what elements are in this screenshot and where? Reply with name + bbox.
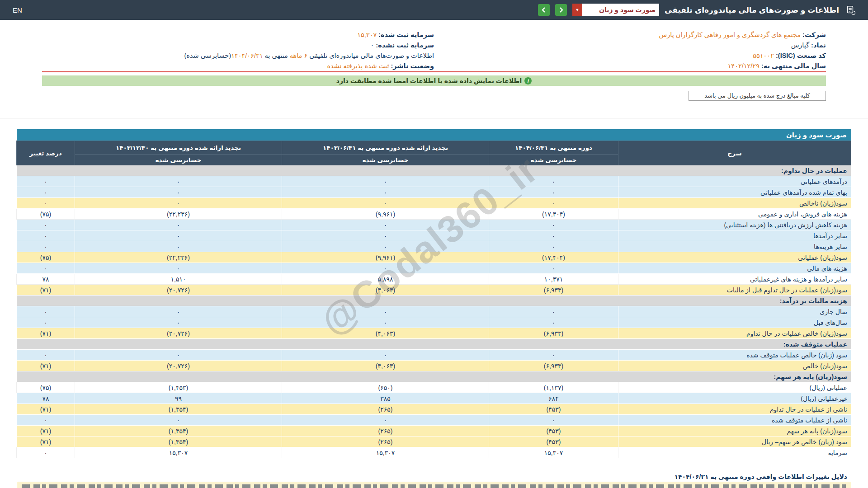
next-statement-button[interactable]	[555, 4, 567, 16]
row-label: سود(زیان) ناخالص	[618, 198, 851, 209]
section-label: هزینه مالیات بر درآمد:	[17, 296, 851, 306]
row-label: سود (زیان) خالص عملیات متوقف شده	[618, 350, 851, 361]
info-text-segment: (حسابرسی شده)	[184, 52, 231, 59]
info-text-segment: سال مالی منتهی به:	[760, 62, 826, 70]
value-cell: ۰	[489, 176, 618, 187]
statement-select-value: صورت سود و زیان	[582, 4, 659, 16]
info-cell-right: کد صنعت (ISIC): ۵۵۱۰۰۲	[434, 51, 826, 61]
row-label: سرمایه	[618, 447, 851, 458]
page-title: اطلاعات و صورت‌های مالی میاندوره‌ای تلفی…	[665, 5, 839, 15]
value-cell: ۰	[489, 350, 618, 361]
value-cell: ۰	[282, 241, 489, 252]
value-cell: (۴۵۳)	[489, 404, 618, 415]
value-cell: ۱۵,۳۰۷	[282, 447, 489, 458]
row-label: سال‌های قبل	[618, 317, 851, 328]
value-cell: ۰	[17, 220, 75, 230]
statement-row: سود (زیان) خالص عملیات متوقف شده۰۰۰۰	[17, 350, 851, 361]
value-cell: (۴۵۳)	[489, 436, 618, 447]
info-text-segment: ۶ ماهه	[290, 52, 307, 59]
value-cell: ۰	[489, 187, 618, 198]
statement-row: سود(زیان) ناخالص۰۰۰۰	[17, 198, 851, 209]
value-cell: (۲۰,۷۲۶)	[75, 328, 282, 339]
statements-doc-icon[interactable]	[844, 5, 855, 15]
info-text-segment: اطلاعات و صورت‌های مالی میاندوره‌ای تلفی…	[307, 52, 434, 59]
value-cell: ۰	[489, 263, 618, 274]
value-cell: (۷۱)	[17, 328, 75, 339]
reasons-textarea	[17, 482, 851, 488]
value-cell: (۷۵)	[17, 382, 75, 393]
row-label: سود(زیان) خالص	[618, 361, 851, 371]
section-divider	[0, 118, 868, 118]
statement-row: سایر هزینه‌ها۰۰۰۰	[17, 241, 851, 252]
row-label: سایر هزینه‌ها	[618, 241, 851, 252]
value-cell: ۶۸۴	[489, 393, 618, 404]
value-cell: (۲۲,۲۳۶)	[75, 209, 282, 220]
value-cell: (۷۵)	[17, 209, 75, 220]
row-label: درآمدهاي عملياتي	[618, 176, 851, 187]
reasons-title: دلایل تغییرات اطلاعات واقعی دوره منتهی ب…	[17, 471, 851, 482]
value-cell: (۱,۳۵۴)	[75, 426, 282, 436]
topbar: اطلاعات و صورت‌های مالی میاندوره‌ای تلفی…	[0, 0, 868, 20]
section-row: سود(زیان) پایه هر سهم:	[17, 371, 851, 382]
value-cell: ۰	[75, 306, 282, 317]
info-text-segment: ۱۴۰۴/۰۶/۳۱	[231, 52, 263, 59]
value-cell: (۶,۹۳۳)	[489, 361, 618, 371]
col-subheader-audited-2: حسابرسی شده	[282, 155, 489, 165]
info-text-segment: سرمایه ثبت نشده:	[374, 42, 434, 49]
company-info: شرکت: مجتمع های گردشگری و امور رفاهی کار…	[42, 30, 826, 71]
info-text-segment: سرمایه ثبت شده:	[377, 31, 434, 38]
value-cell: ۰	[17, 415, 75, 426]
value-cell: (۷۱)	[17, 436, 75, 447]
value-cell: ۰	[282, 350, 489, 361]
value-cell: ۰	[75, 317, 282, 328]
info-text-segment: ۱۵,۳۰۷	[357, 31, 377, 38]
info-text-segment: وضعیت ناشر:	[389, 62, 434, 70]
company-info-row: شرکت: مجتمع های گردشگری و امور رفاهی کار…	[42, 30, 826, 40]
value-cell: ۱۵,۳۰۷	[489, 447, 618, 458]
value-cell: ۰	[489, 306, 618, 317]
value-cell: (۹,۹۶۱)	[282, 252, 489, 263]
value-cell: (۱,۳۵۴)	[75, 404, 282, 415]
value-cell: ۰	[17, 187, 75, 198]
value-cell: ۰	[17, 350, 75, 361]
value-cell: ۰	[17, 317, 75, 328]
section-row: عملیات در حال تداوم:	[17, 165, 851, 176]
value-cell: (۷۵)	[17, 252, 75, 263]
value-cell: ۰	[282, 306, 489, 317]
value-cell: ۰	[75, 220, 282, 230]
chevron-down-icon[interactable]: ▼	[572, 4, 582, 16]
value-cell: ۰	[75, 241, 282, 252]
value-cell: (۱۷,۴۰۴)	[489, 209, 618, 220]
statement-select[interactable]: صورت سود و زیان ▼	[572, 4, 659, 16]
statement-title-bar: صورت سود و زیان	[17, 129, 851, 141]
statement-row: سایر درآمدها و هزینه های غیرعملیاتی۱۰,۴۷…	[17, 274, 851, 285]
info-text-segment: گپارس	[791, 42, 809, 49]
language-toggle[interactable]: EN	[13, 6, 22, 14]
col-header-pct-change: درصد تغییر	[17, 141, 75, 165]
statement-row: درآمدهاي عملياتي۰۰۰۰	[17, 176, 851, 187]
col-subheader-audited-3: حسابرسی شده	[75, 155, 282, 165]
value-cell: (۷۱)	[17, 285, 75, 296]
value-cell: ۰	[17, 241, 75, 252]
value-cell: (۹,۹۶۱)	[282, 209, 489, 220]
prev-statement-button[interactable]	[538, 4, 550, 16]
statement-row: هزینه های فروش، اداری و عمومی(۱۷,۴۰۴)(۹,…	[17, 209, 851, 220]
income-statement-table: شرح دوره منتهی به ۱۴۰۴/۰۶/۳۱ تجدید ارائه…	[16, 141, 851, 458]
info-text-segment: ثبت شده پذیرفته نشده	[327, 62, 389, 70]
statement-row: ناشی از عملیات متوقف شده۰۰۰۰	[17, 415, 851, 426]
row-label: غیرعملیاتی (ریال)	[618, 393, 851, 404]
info-text-segment: مجتمع های گردشگری و امور رفاهی کارگزاران…	[659, 31, 801, 38]
signed-data-text: اطلاعات نمایش داده شده با اطلاعات امضا ش…	[336, 77, 522, 84]
reasons-text-line	[22, 484, 846, 488]
value-cell: ۰	[489, 220, 618, 230]
row-label: هزینه های مالی	[618, 263, 851, 274]
statement-row: سود(زیان) خالص(۶,۹۳۳)(۴,۰۶۳)(۲۰,۷۲۶)(۷۱)	[17, 361, 851, 371]
statement-row: غیرعملیاتی (ریال)۶۸۴۳۸۵۹۹۷۸	[17, 393, 851, 404]
statement-table-body: عملیات در حال تداوم:درآمدهاي عملياتي۰۰۰۰…	[17, 165, 851, 458]
value-cell: ۰	[75, 415, 282, 426]
statement-row: سود(زیان) عملیاتی(۱۷,۴۰۴)(۹,۹۶۱)(۲۲,۲۳۶)…	[17, 252, 851, 263]
value-cell: ۰	[17, 198, 75, 209]
value-cell: ۰	[17, 447, 75, 458]
value-cell: (۷۱)	[17, 426, 75, 436]
statement-row: سود(زیان) خالص عملیات در حال تداوم(۶,۹۳۳…	[17, 328, 851, 339]
